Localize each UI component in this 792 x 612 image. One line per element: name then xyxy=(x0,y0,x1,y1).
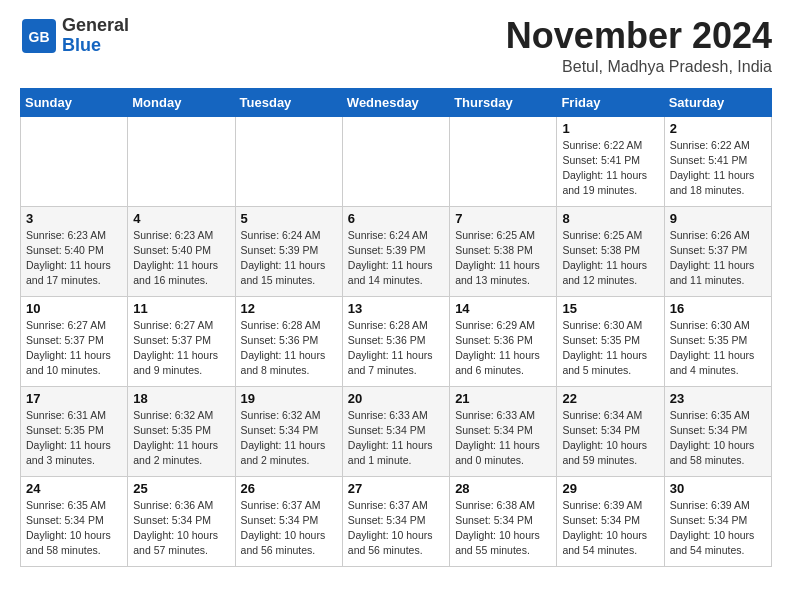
day-number: 25 xyxy=(133,481,229,496)
day-detail: Sunrise: 6:22 AM Sunset: 5:41 PM Dayligh… xyxy=(562,138,658,199)
day-number: 22 xyxy=(562,391,658,406)
calendar-cell: 11Sunrise: 6:27 AM Sunset: 5:37 PM Dayli… xyxy=(128,296,235,386)
calendar-week-row: 10Sunrise: 6:27 AM Sunset: 5:37 PM Dayli… xyxy=(21,296,772,386)
day-number: 11 xyxy=(133,301,229,316)
day-number: 15 xyxy=(562,301,658,316)
day-number: 30 xyxy=(670,481,766,496)
day-number: 4 xyxy=(133,211,229,226)
day-detail: Sunrise: 6:32 AM Sunset: 5:35 PM Dayligh… xyxy=(133,408,229,469)
day-number: 1 xyxy=(562,121,658,136)
calendar-cell: 12Sunrise: 6:28 AM Sunset: 5:36 PM Dayli… xyxy=(235,296,342,386)
day-detail: Sunrise: 6:24 AM Sunset: 5:39 PM Dayligh… xyxy=(241,228,337,289)
calendar-cell: 30Sunrise: 6:39 AM Sunset: 5:34 PM Dayli… xyxy=(664,476,771,566)
calendar-cell: 21Sunrise: 6:33 AM Sunset: 5:34 PM Dayli… xyxy=(450,386,557,476)
month-title: November 2024 xyxy=(506,16,772,56)
day-detail: Sunrise: 6:24 AM Sunset: 5:39 PM Dayligh… xyxy=(348,228,444,289)
day-detail: Sunrise: 6:37 AM Sunset: 5:34 PM Dayligh… xyxy=(241,498,337,559)
day-number: 28 xyxy=(455,481,551,496)
column-header-monday: Monday xyxy=(128,88,235,116)
day-detail: Sunrise: 6:35 AM Sunset: 5:34 PM Dayligh… xyxy=(26,498,122,559)
day-detail: Sunrise: 6:39 AM Sunset: 5:34 PM Dayligh… xyxy=(562,498,658,559)
day-detail: Sunrise: 6:30 AM Sunset: 5:35 PM Dayligh… xyxy=(562,318,658,379)
day-number: 18 xyxy=(133,391,229,406)
day-number: 10 xyxy=(26,301,122,316)
day-detail: Sunrise: 6:32 AM Sunset: 5:34 PM Dayligh… xyxy=(241,408,337,469)
calendar-cell: 25Sunrise: 6:36 AM Sunset: 5:34 PM Dayli… xyxy=(128,476,235,566)
calendar-cell: 19Sunrise: 6:32 AM Sunset: 5:34 PM Dayli… xyxy=(235,386,342,476)
day-number: 7 xyxy=(455,211,551,226)
calendar-cell: 15Sunrise: 6:30 AM Sunset: 5:35 PM Dayli… xyxy=(557,296,664,386)
day-number: 24 xyxy=(26,481,122,496)
day-number: 13 xyxy=(348,301,444,316)
calendar-cell: 27Sunrise: 6:37 AM Sunset: 5:34 PM Dayli… xyxy=(342,476,449,566)
day-number: 12 xyxy=(241,301,337,316)
calendar-cell: 23Sunrise: 6:35 AM Sunset: 5:34 PM Dayli… xyxy=(664,386,771,476)
calendar-cell: 24Sunrise: 6:35 AM Sunset: 5:34 PM Dayli… xyxy=(21,476,128,566)
logo-general: General xyxy=(62,16,129,36)
day-number: 9 xyxy=(670,211,766,226)
day-number: 8 xyxy=(562,211,658,226)
calendar-cell: 22Sunrise: 6:34 AM Sunset: 5:34 PM Dayli… xyxy=(557,386,664,476)
column-header-wednesday: Wednesday xyxy=(342,88,449,116)
calendar-cell: 14Sunrise: 6:29 AM Sunset: 5:36 PM Dayli… xyxy=(450,296,557,386)
logo-icon: GB xyxy=(20,17,58,55)
calendar-cell: 26Sunrise: 6:37 AM Sunset: 5:34 PM Dayli… xyxy=(235,476,342,566)
day-number: 2 xyxy=(670,121,766,136)
calendar-cell: 18Sunrise: 6:32 AM Sunset: 5:35 PM Dayli… xyxy=(128,386,235,476)
title-area: November 2024 Betul, Madhya Pradesh, Ind… xyxy=(506,16,772,76)
calendar-cell: 28Sunrise: 6:38 AM Sunset: 5:34 PM Dayli… xyxy=(450,476,557,566)
day-detail: Sunrise: 6:27 AM Sunset: 5:37 PM Dayligh… xyxy=(133,318,229,379)
day-detail: Sunrise: 6:23 AM Sunset: 5:40 PM Dayligh… xyxy=(133,228,229,289)
day-detail: Sunrise: 6:28 AM Sunset: 5:36 PM Dayligh… xyxy=(348,318,444,379)
logo: GB General Blue xyxy=(20,16,129,56)
day-detail: Sunrise: 6:25 AM Sunset: 5:38 PM Dayligh… xyxy=(455,228,551,289)
calendar-week-row: 17Sunrise: 6:31 AM Sunset: 5:35 PM Dayli… xyxy=(21,386,772,476)
day-detail: Sunrise: 6:35 AM Sunset: 5:34 PM Dayligh… xyxy=(670,408,766,469)
day-detail: Sunrise: 6:31 AM Sunset: 5:35 PM Dayligh… xyxy=(26,408,122,469)
calendar-cell: 9Sunrise: 6:26 AM Sunset: 5:37 PM Daylig… xyxy=(664,206,771,296)
day-number: 21 xyxy=(455,391,551,406)
day-number: 16 xyxy=(670,301,766,316)
column-header-thursday: Thursday xyxy=(450,88,557,116)
day-number: 14 xyxy=(455,301,551,316)
column-header-tuesday: Tuesday xyxy=(235,88,342,116)
day-number: 3 xyxy=(26,211,122,226)
calendar-cell: 2Sunrise: 6:22 AM Sunset: 5:41 PM Daylig… xyxy=(664,116,771,206)
day-detail: Sunrise: 6:38 AM Sunset: 5:34 PM Dayligh… xyxy=(455,498,551,559)
day-detail: Sunrise: 6:28 AM Sunset: 5:36 PM Dayligh… xyxy=(241,318,337,379)
day-number: 26 xyxy=(241,481,337,496)
calendar-cell: 17Sunrise: 6:31 AM Sunset: 5:35 PM Dayli… xyxy=(21,386,128,476)
calendar-cell: 16Sunrise: 6:30 AM Sunset: 5:35 PM Dayli… xyxy=(664,296,771,386)
calendar-week-row: 1Sunrise: 6:22 AM Sunset: 5:41 PM Daylig… xyxy=(21,116,772,206)
day-detail: Sunrise: 6:33 AM Sunset: 5:34 PM Dayligh… xyxy=(348,408,444,469)
day-number: 29 xyxy=(562,481,658,496)
location: Betul, Madhya Pradesh, India xyxy=(506,58,772,76)
header: GB General Blue November 2024 Betul, Mad… xyxy=(20,16,772,76)
column-header-friday: Friday xyxy=(557,88,664,116)
day-detail: Sunrise: 6:22 AM Sunset: 5:41 PM Dayligh… xyxy=(670,138,766,199)
day-number: 27 xyxy=(348,481,444,496)
logo-blue: Blue xyxy=(62,36,129,56)
calendar-table: SundayMondayTuesdayWednesdayThursdayFrid… xyxy=(20,88,772,567)
day-detail: Sunrise: 6:25 AM Sunset: 5:38 PM Dayligh… xyxy=(562,228,658,289)
day-detail: Sunrise: 6:30 AM Sunset: 5:35 PM Dayligh… xyxy=(670,318,766,379)
day-detail: Sunrise: 6:36 AM Sunset: 5:34 PM Dayligh… xyxy=(133,498,229,559)
day-number: 6 xyxy=(348,211,444,226)
calendar-week-row: 3Sunrise: 6:23 AM Sunset: 5:40 PM Daylig… xyxy=(21,206,772,296)
day-detail: Sunrise: 6:26 AM Sunset: 5:37 PM Dayligh… xyxy=(670,228,766,289)
day-detail: Sunrise: 6:27 AM Sunset: 5:37 PM Dayligh… xyxy=(26,318,122,379)
calendar-cell: 4Sunrise: 6:23 AM Sunset: 5:40 PM Daylig… xyxy=(128,206,235,296)
calendar-cell: 7Sunrise: 6:25 AM Sunset: 5:38 PM Daylig… xyxy=(450,206,557,296)
calendar-cell: 5Sunrise: 6:24 AM Sunset: 5:39 PM Daylig… xyxy=(235,206,342,296)
day-detail: Sunrise: 6:23 AM Sunset: 5:40 PM Dayligh… xyxy=(26,228,122,289)
calendar-cell: 8Sunrise: 6:25 AM Sunset: 5:38 PM Daylig… xyxy=(557,206,664,296)
calendar-cell: 29Sunrise: 6:39 AM Sunset: 5:34 PM Dayli… xyxy=(557,476,664,566)
day-detail: Sunrise: 6:29 AM Sunset: 5:36 PM Dayligh… xyxy=(455,318,551,379)
day-detail: Sunrise: 6:39 AM Sunset: 5:34 PM Dayligh… xyxy=(670,498,766,559)
calendar-cell xyxy=(342,116,449,206)
calendar-cell xyxy=(235,116,342,206)
calendar-cell: 6Sunrise: 6:24 AM Sunset: 5:39 PM Daylig… xyxy=(342,206,449,296)
calendar-cell xyxy=(450,116,557,206)
svg-text:GB: GB xyxy=(29,29,50,45)
day-number: 23 xyxy=(670,391,766,406)
